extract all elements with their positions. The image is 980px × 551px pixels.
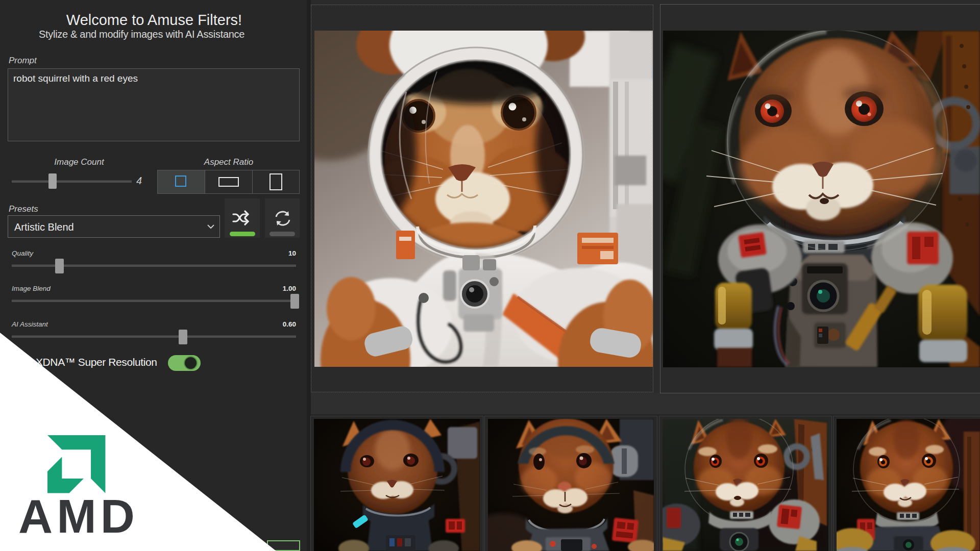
svg-text:AMD: AMD xyxy=(18,490,139,543)
